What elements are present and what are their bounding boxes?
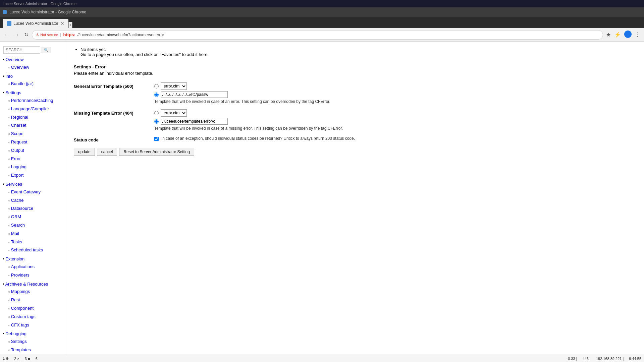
nav-link-debug-settings[interactable]: Settings xyxy=(11,339,27,344)
missing-option1: error.cfm xyxy=(154,109,637,117)
nav-link-applications[interactable]: Applications xyxy=(11,264,35,269)
nav-link-extension[interactable]: Extension xyxy=(5,256,24,261)
nav-link-templates[interactable]: Templates xyxy=(11,347,31,352)
missing-error-radio1[interactable] xyxy=(154,111,159,115)
general-error-radio2[interactable] xyxy=(154,93,159,97)
not-secure-indicator: ⚠ Not secure xyxy=(36,33,58,37)
nav-subitem-orm: ORM xyxy=(8,213,67,221)
tab-favicon-icon xyxy=(3,10,7,14)
nav-link-output[interactable]: Output xyxy=(11,148,24,153)
nav-link-settings[interactable]: Settings xyxy=(5,90,21,95)
status-code-controls: In case of an exception, should individu… xyxy=(154,136,637,141)
nav-subitem-error: Error xyxy=(8,155,67,163)
nav-link-export[interactable]: Export xyxy=(11,173,24,178)
nav-link-scheduledtasks[interactable]: Scheduled tasks xyxy=(11,247,43,252)
user-icon[interactable] xyxy=(623,29,633,40)
nav-link-component[interactable]: Component xyxy=(11,306,34,311)
nav-link-services[interactable]: Services xyxy=(5,182,22,187)
missing-template-label: Missing Template Error (404) xyxy=(74,109,154,116)
nav-link-bundle[interactable]: Bundle (jar) xyxy=(11,81,34,86)
bookmark-icon[interactable]: ★ xyxy=(605,31,612,39)
reset-button[interactable]: Reset to Server Administrator Setting xyxy=(119,148,194,156)
nav-link-eventgateway[interactable]: Event Gateway xyxy=(11,189,41,194)
status-load: 0.33 | xyxy=(568,357,577,361)
nav-subitem-logging: Logging xyxy=(8,163,67,171)
nav-link-overview[interactable]: Overview xyxy=(5,57,23,62)
nav-link-error[interactable]: Error xyxy=(11,156,21,161)
item4-text: 6 xyxy=(36,357,38,361)
general-error-row: General Error Template (500) error.cfm T… xyxy=(74,82,637,104)
profile-avatar xyxy=(624,31,632,38)
nav-link-cache[interactable]: Cache xyxy=(11,198,24,203)
back-button[interactable]: ← xyxy=(3,31,11,39)
sidebar: 🔍 Overview Overview Info Bundle (jar) Se… xyxy=(0,42,67,362)
nav-link-rest[interactable]: Rest xyxy=(11,297,20,302)
nav-subitem-charset: Charset xyxy=(8,121,67,130)
status-code-checkbox-row: In case of an exception, should individu… xyxy=(154,136,637,141)
ip-text: 192.168.89.221 | xyxy=(596,357,624,361)
nav-link-cfxtags[interactable]: CFX tags xyxy=(11,322,29,327)
nav-link-debugging[interactable]: Debugging xyxy=(5,331,26,336)
nav-link-orm[interactable]: ORM xyxy=(11,214,21,219)
nav-link-language[interactable]: Language/Compiler xyxy=(11,106,49,111)
nav-link-mappings[interactable]: Mappings xyxy=(11,289,30,294)
search-input[interactable] xyxy=(3,46,40,54)
nav-subitem-scope: Scope xyxy=(8,130,67,138)
menu-icon[interactable]: ⋮ xyxy=(634,31,641,39)
nav-link-customtags[interactable]: Custom tags xyxy=(11,314,36,319)
active-tab[interactable]: Lucee Web Administrator ✕ xyxy=(3,19,68,28)
status-ip: 192.168.89.221 | xyxy=(596,357,624,361)
nav-item-overview: Overview Overview xyxy=(0,56,67,72)
settings-error-section: Settings - Error Please enter an individ… xyxy=(74,64,637,156)
nav-link-info[interactable]: Info xyxy=(5,74,13,79)
status-code-checkbox[interactable] xyxy=(154,137,159,141)
nav-link-archives[interactable]: Archives & Resources xyxy=(5,282,48,287)
status-memory: 446 | xyxy=(583,357,591,361)
nav-link-regional[interactable]: Regional xyxy=(11,115,28,120)
missing-template-controls: error.cfm Template that will be invoked … xyxy=(154,109,637,131)
cancel-button[interactable]: cancel xyxy=(97,148,117,156)
nav-subitem-request: Request xyxy=(8,138,67,146)
search-button[interactable]: 🔍 xyxy=(42,47,51,53)
nav-link-charset[interactable]: Charset xyxy=(11,123,26,128)
nav-link-tasks[interactable]: Tasks xyxy=(11,239,22,244)
page-container: 🔍 Overview Overview Info Bundle (jar) Se… xyxy=(0,42,644,362)
tabs-text: 2 × xyxy=(14,357,19,361)
nav-link-scope[interactable]: Scope xyxy=(11,131,23,136)
general-error-label: General Error Template (500) xyxy=(74,82,154,89)
window-title-bar: Lucee Server Administrator - Google Chro… xyxy=(0,0,644,7)
general-error-radio1[interactable] xyxy=(154,84,159,88)
update-button[interactable]: update xyxy=(74,148,95,156)
reload-button[interactable]: ↻ xyxy=(23,30,30,39)
nav-subitem-component: Component xyxy=(8,304,67,313)
nav-subitem-cache: Cache xyxy=(8,196,67,205)
nav-link-providers[interactable]: Providers xyxy=(11,273,30,278)
nav-link-mail[interactable]: Mail xyxy=(11,231,19,236)
address-bar[interactable]: ⚠ Not secure | https: //lucee/lucee/admi… xyxy=(32,30,603,40)
tab-label: Lucee Web Administrator xyxy=(13,21,58,26)
general-error-description: Template that will be invoked in case of… xyxy=(154,99,637,104)
forward-button[interactable]: → xyxy=(13,31,21,39)
nav-link-search[interactable]: Search xyxy=(11,223,25,228)
nav-subitem-mail: Mail xyxy=(8,230,67,238)
nav-link-overview-sub[interactable]: Overview xyxy=(11,65,29,70)
new-tab-button[interactable]: + xyxy=(68,22,72,28)
nav-link-performance[interactable]: Performance/Caching xyxy=(11,98,53,103)
nav-link-logging[interactable]: Logging xyxy=(11,164,26,169)
nav-item-extension: Extension Applications Providers xyxy=(0,255,67,280)
nav-subitem-debug-settings: Settings xyxy=(8,338,67,346)
memory-text: 446 | xyxy=(583,357,591,361)
missing-error-dropdown[interactable]: error.cfm xyxy=(161,109,187,117)
nav-subitem-search: Search xyxy=(8,221,67,230)
nav-link-datasource[interactable]: Datasource xyxy=(11,206,33,211)
general-error-path-input[interactable] xyxy=(161,91,228,98)
general-error-dropdown[interactable]: error.cfm xyxy=(161,82,187,90)
browser-title-text: Lucee Web Administrator - Google Chrome xyxy=(9,10,86,14)
tab-close-button[interactable]: ✕ xyxy=(60,21,64,26)
missing-error-path-input[interactable] xyxy=(161,118,228,125)
nav-subitem-overview: Overview xyxy=(8,63,67,72)
missing-error-radio2[interactable] xyxy=(154,119,159,124)
extension-icon[interactable]: ⚡ xyxy=(613,31,622,39)
nav-link-request[interactable]: Request xyxy=(11,139,27,144)
url-path: //lucee/lucee/admin/web.cfm?action=serve… xyxy=(77,33,164,37)
